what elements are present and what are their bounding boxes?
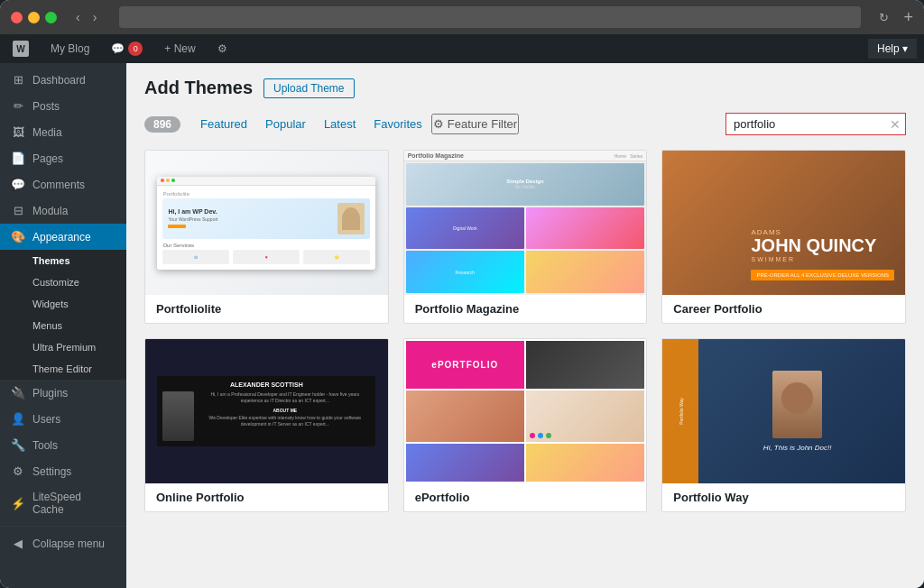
theme-count: 896	[144, 116, 180, 133]
online-name: ALEXANDER SCOTTISH	[162, 381, 370, 388]
wp-logo-item[interactable]: W	[7, 34, 34, 63]
eportfolio-warm	[406, 390, 524, 441]
page-title: Add Themes	[144, 78, 253, 98]
dashboard-label: Dashboard	[32, 74, 86, 87]
tab-favorites[interactable]: Favorites	[365, 114, 430, 134]
sidebar-item-litespeed[interactable]: ⚡ LiteSpeed Cache	[0, 484, 126, 522]
tab-popular[interactable]: Popular	[256, 114, 315, 134]
online-card: ALEXANDER SCOTTISH Hi, I am a Profession…	[157, 376, 375, 446]
nav-buttons: ‹ ›	[71, 8, 101, 26]
online-about: ABOUT ME	[199, 408, 370, 413]
theme-card-career-portfolio[interactable]: ADAMS JOHN QUINCY SWIMMER PRE-ORDER ALL …	[661, 150, 906, 324]
sidebar-item-media[interactable]: 🖼 Media	[0, 119, 126, 145]
sidebar-item-pages[interactable]: 📄 Pages	[0, 145, 126, 171]
page-header: Add Themes Upload Theme	[144, 78, 906, 98]
modula-icon: ⊟	[11, 204, 25, 217]
my-blog-item[interactable]: My Blog	[45, 34, 95, 63]
users-icon: 👤	[11, 412, 25, 426]
sidebar-menu: ⊞ Dashboard ✏ Posts 🖼 Media 📄 Pages	[0, 63, 126, 560]
eportfolio-light	[526, 390, 644, 441]
sidebar-item-collapse[interactable]: ◀ Collapse menu	[0, 530, 126, 556]
theme-name-eportfolio: ePortfolio	[404, 483, 647, 511]
submenu-theme-editor[interactable]: Theme Editor	[0, 358, 126, 380]
mag-title-text: Portfolio Magazine	[408, 152, 464, 159]
sidebar-item-plugins[interactable]: 🔌 Plugins	[0, 380, 126, 406]
portfoliolite-preview: Portfoliolite Hi, I am WP Dev. Your Word…	[157, 177, 375, 270]
theme-card-portfolio-way[interactable]: Portfolio Way Hi, This is John Doc!! Por…	[661, 338, 906, 512]
sidebar-item-users[interactable]: 👤 Users	[0, 406, 126, 432]
feature-filter-label: Feature Filter	[448, 117, 517, 131]
wp-body: ⊞ Dashboard ✏ Posts 🖼 Media 📄 Pages	[0, 63, 924, 588]
mag-top-bar: Portfolio Magazine Home Series	[404, 151, 647, 161]
online-photo	[162, 391, 194, 441]
tab-featured[interactable]: Featured	[191, 114, 256, 134]
gear-icon: ⚙	[433, 117, 444, 131]
users-label: Users	[32, 413, 60, 426]
theme-name-portfolio-magazine: Portfolio Magazine	[404, 295, 647, 323]
sidebar-item-comments[interactable]: 💬 Comments	[0, 171, 126, 198]
new-item[interactable]: + New	[159, 34, 200, 63]
admin-bar: W My Blog 💬 0 + New ⚙ Help ▾	[0, 34, 924, 63]
eportfolio-logo: ePORTFOLIO	[406, 341, 524, 389]
theme-thumbnail-career-portfolio: ADAMS JOHN QUINCY SWIMMER PRE-ORDER ALL …	[662, 151, 905, 295]
theme-name-online-portfolio: Online Portfolio	[145, 483, 388, 511]
pw-photo	[772, 371, 822, 438]
titlebar: ‹ › ↻ +	[0, 0, 924, 34]
submenu-widgets[interactable]: Widgets	[0, 293, 126, 315]
search-clear-icon[interactable]: ✕	[890, 117, 901, 132]
theme-card-portfoliolite[interactable]: Portfoliolite Hi, I am WP Dev. Your Word…	[144, 150, 389, 324]
new-label: + New	[164, 42, 195, 55]
sidebar-item-settings[interactable]: ⚙ Settings	[0, 458, 126, 484]
forward-button[interactable]: ›	[88, 8, 102, 26]
comments-icon: 💬	[11, 178, 25, 191]
pw-main: Hi, This is John Doc!!	[763, 371, 832, 452]
customize-icon: ⚙	[217, 42, 227, 55]
back-button[interactable]: ‹	[71, 8, 85, 26]
comment-count: 0	[128, 41, 143, 56]
appearance-label: Appearance	[32, 231, 91, 243]
minimize-button[interactable]	[28, 12, 40, 23]
posts-icon: ✏	[11, 99, 25, 113]
address-bar[interactable]	[119, 6, 861, 28]
new-tab-button[interactable]: +	[903, 8, 913, 27]
sidebar-item-appearance[interactable]: 🎨 Appearance	[0, 224, 126, 250]
sidebar-item-tools[interactable]: 🔧 Tools	[0, 432, 126, 458]
sidebar-item-modula[interactable]: ⊟ Modula	[0, 198, 126, 224]
maximize-button[interactable]	[45, 12, 57, 23]
wp-icon: W	[13, 41, 29, 57]
litespeed-icon: ⚡	[11, 497, 25, 510]
theme-card-portfolio-magazine[interactable]: Portfolio Magazine Home Series Simple De…	[403, 150, 648, 324]
mag-cell-2	[526, 207, 644, 250]
comment-icon: 💬	[111, 42, 125, 55]
theme-card-online-portfolio[interactable]: ALEXANDER SCOTTISH Hi, I am a Profession…	[144, 338, 389, 512]
comments-item[interactable]: 💬 0	[106, 34, 148, 63]
customize-item[interactable]: ⚙	[212, 34, 233, 63]
comments-label: Comments	[32, 179, 85, 191]
refresh-button[interactable]: ↻	[879, 11, 889, 24]
online-preview: ALEXANDER SCOTTISH Hi, I am a Profession…	[157, 376, 375, 446]
sidebar-item-dashboard[interactable]: ⊞ Dashboard	[0, 67, 126, 93]
feature-filter-button[interactable]: ⚙ Feature Filter	[431, 114, 519, 134]
eportfolio-purple	[406, 444, 524, 482]
theme-card-eportfolio[interactable]: ePORTFOLIO	[403, 338, 648, 512]
submenu-menus[interactable]: Menus	[0, 315, 126, 336]
tools-label: Tools	[32, 439, 58, 452]
career-lastname: JOHN QUINCY	[751, 236, 894, 254]
career-text: ADAMS JOHN QUINCY SWIMMER PRE-ORDER ALL …	[751, 228, 894, 280]
eportfolio-orange	[526, 444, 644, 482]
close-button[interactable]	[11, 12, 23, 23]
pages-label: Pages	[32, 152, 63, 165]
themes-grid: Portfoliolite Hi, I am WP Dev. Your Word…	[144, 150, 906, 512]
mag-cell-3: Research	[406, 251, 524, 293]
help-button[interactable]: Help ▾	[868, 39, 917, 59]
submenu-customize[interactable]: Customize	[0, 271, 126, 293]
sidebar-item-posts[interactable]: ✏ Posts	[0, 93, 126, 119]
tab-latest[interactable]: Latest	[315, 114, 365, 134]
theme-thumbnail-portfolio-magazine: Portfolio Magazine Home Series Simple De…	[404, 151, 647, 295]
pages-icon: 📄	[11, 152, 25, 165]
main-inner: Add Themes Upload Theme 896 Featured Pop…	[126, 63, 924, 588]
upload-theme-button[interactable]: Upload Theme	[263, 78, 355, 98]
search-input[interactable]	[725, 113, 906, 135]
submenu-ultra-premium[interactable]: Ultra Premium	[0, 336, 126, 358]
submenu-themes[interactable]: Themes	[0, 250, 126, 271]
